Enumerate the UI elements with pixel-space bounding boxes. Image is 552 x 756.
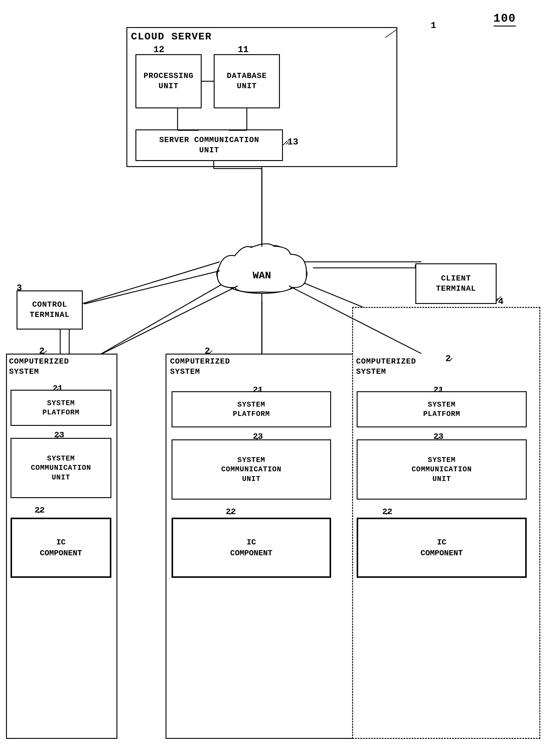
left-system-comm-box: SYSTEMCOMMUNICATIONUNIT (11, 438, 111, 498)
svg-text:WAN: WAN (253, 270, 271, 281)
client-terminal-box: CLIENTTERMINAL (415, 263, 497, 304)
right-comp-system-label: COMPUTERIZEDSYSTEM (356, 357, 416, 377)
right-system-comm-box: SYSTEMCOMMUNICATIONUNIT (357, 439, 527, 499)
processing-unit-box: PROCESSINGUNIT (135, 54, 202, 108)
svg-line-46 (84, 271, 220, 304)
right-system-platform-box: SYSTEMPLATFORM (357, 391, 527, 427)
left-comp-system-label: COMPUTERIZEDSYSTEM (9, 357, 69, 377)
wan-cloud: WAN (205, 235, 319, 301)
right-ref-2: 2 (445, 354, 451, 364)
diagram: 100 CLOUD SERVER 1 12 (0, 0, 552, 756)
ref-1: 1 (431, 20, 436, 31)
ref-4: 4 (498, 296, 504, 307)
database-unit-box: DATABASEUNIT (214, 54, 280, 108)
left-ref-2: 2 (39, 346, 44, 356)
center-comp-system-label: COMPUTERIZEDSYSTEM (170, 357, 230, 377)
ref-3: 3 (17, 283, 22, 293)
left-ic-component-box: ICCOMPONENT (11, 518, 111, 578)
center-system-platform-box: SYSTEMPLATFORM (171, 391, 331, 427)
figure-number: 100 (494, 12, 516, 26)
center-ic-component-box: ICCOMPONENT (171, 518, 331, 578)
left-ref-22: 22 (35, 505, 45, 515)
center-ref-22: 22 (226, 507, 236, 516)
server-comm-box: SERVER COMMUNICATIONUNIT (135, 129, 283, 161)
ref-13: 13 (287, 137, 298, 147)
control-terminal-box: CONTROLTERMINAL (17, 290, 83, 329)
right-ic-component-box: ICCOMPONENT (357, 518, 527, 578)
svg-line-1 (81, 262, 220, 304)
center-system-comm-box: SYSTEMCOMMUNICATIONUNIT (171, 439, 331, 499)
ref-12: 12 (153, 44, 164, 55)
right-ref-22: 22 (382, 507, 393, 516)
left-system-platform-box: SYSTEMPLATFORM (11, 390, 111, 426)
ref-11: 11 (238, 44, 249, 55)
cloud-server-label: CLOUD SERVER (131, 31, 212, 42)
center-ref-2: 2 (205, 346, 210, 356)
